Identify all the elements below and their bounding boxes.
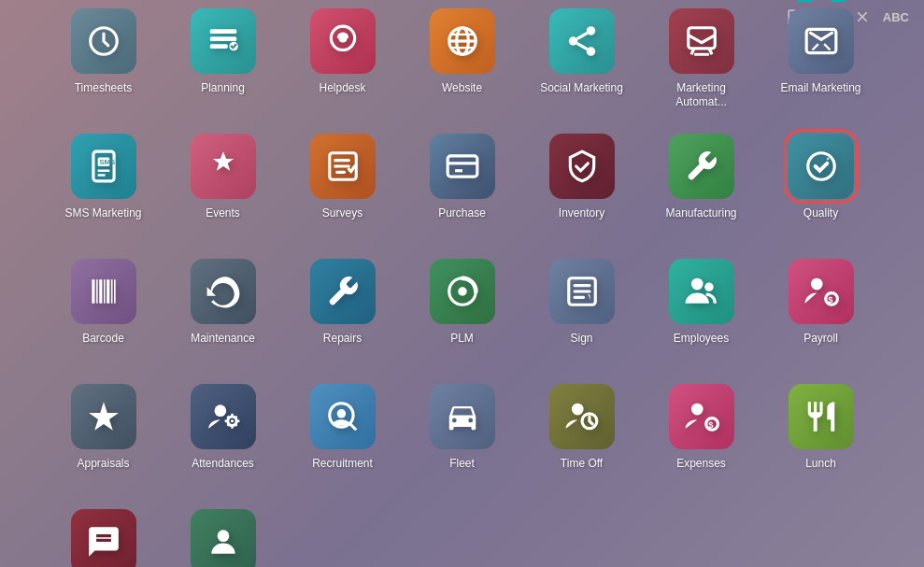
app-icon-repairs (310, 259, 376, 324)
svg-rect-25 (448, 156, 477, 177)
app-item-email-marketing[interactable]: Email Marketing (765, 1, 877, 122)
app-item-plm[interactable]: PLM (406, 251, 519, 373)
svg-point-32 (690, 277, 703, 290)
app-icon-time-off (549, 384, 615, 449)
svg-point-13 (568, 36, 577, 46)
app-label-events: Events (206, 206, 240, 221)
app-icon-events (191, 134, 256, 199)
app-label-sign: Sign (570, 332, 592, 347)
user-initials[interactable]: ABC (883, 10, 909, 24)
app-item-social-marketing[interactable]: Social Marketing (526, 1, 638, 122)
svg-point-14 (586, 47, 595, 55)
svg-point-43 (571, 403, 583, 415)
svg-point-30 (458, 287, 467, 296)
app-item-fleet[interactable]: Fleet (406, 376, 519, 498)
app-icon-barcode (71, 259, 136, 324)
app-icon-attendances (191, 384, 256, 449)
app-label-barcode: Barcode (82, 332, 124, 347)
app-item-barcode[interactable]: Barcode (48, 251, 160, 373)
app-item-surveys[interactable]: Surveys (287, 126, 399, 248)
svg-line-16 (576, 33, 587, 38)
app-item-maintenance[interactable]: Maintenance (167, 251, 279, 373)
app-icon-quality (789, 134, 854, 199)
app-label-appraisals: Appraisals (77, 457, 129, 472)
svg-rect-24 (334, 164, 336, 167)
app-label-plm: PLM (450, 332, 474, 347)
app-item-lunch[interactable]: Lunch (765, 376, 877, 498)
app-item-events[interactable]: Events (167, 126, 279, 248)
app-icon-plm (430, 259, 495, 324)
svg-rect-1 (209, 29, 236, 34)
app-label-email-marketing: Email Marketing (780, 81, 860, 96)
app-label-expenses: Expenses (676, 457, 726, 472)
apps-grid: TimesheetsPlanningHelpdeskWebsiteSocial … (48, 1, 877, 567)
app-icon-live-chat (71, 509, 136, 567)
app-icon-manufacturing (669, 134, 734, 199)
app-item-inventory[interactable]: Inventory (526, 126, 638, 248)
svg-point-33 (704, 282, 714, 291)
app-label-helpdesk: Helpdesk (319, 81, 365, 96)
app-item-members[interactable]: Members (167, 502, 279, 567)
svg-point-28 (807, 152, 834, 179)
app-icon-surveys (310, 134, 376, 199)
app-label-website: Website (442, 81, 482, 96)
app-item-repairs[interactable]: Repairs (287, 251, 399, 373)
svg-rect-3 (209, 44, 227, 49)
app-label-attendances: Attendances (192, 457, 254, 472)
svg-rect-23 (334, 159, 336, 162)
app-icon-fleet (430, 384, 495, 449)
app-item-timesheets[interactable]: Timesheets (48, 1, 160, 122)
app-icon-inventory (549, 134, 615, 199)
app-item-marketing-automat[interactable]: Marketing Automat... (646, 1, 758, 122)
app-item-website[interactable]: Website (406, 1, 519, 122)
svg-line-41 (349, 423, 356, 430)
svg-point-42 (336, 409, 346, 418)
app-item-sms-marketing[interactable]: SMSSMS Marketing (48, 126, 160, 248)
app-label-repairs: Repairs (323, 332, 362, 347)
app-item-attendances[interactable]: Attendances (167, 376, 279, 498)
app-icon-email-marketing (789, 8, 854, 74)
app-item-quality[interactable]: Quality (765, 126, 877, 248)
app-item-helpdesk[interactable]: Helpdesk (287, 1, 399, 122)
app-icon-employees (669, 259, 734, 324)
app-label-social-marketing: Social Marketing (540, 81, 623, 96)
app-label-time-off: Time Off (561, 457, 603, 472)
app-label-inventory: Inventory (559, 206, 604, 221)
app-label-marketing-automat: Marketing Automat... (660, 81, 744, 110)
app-item-planning[interactable]: Planning (167, 1, 279, 122)
app-item-recruitment[interactable]: Recruitment (287, 376, 399, 498)
app-label-payroll: Payroll (803, 332, 838, 347)
app-icon-maintenance (191, 259, 256, 324)
app-item-sign[interactable]: Sign (526, 251, 638, 373)
svg-point-45 (690, 403, 703, 415)
app-icon-sms-marketing: SMS (71, 134, 136, 199)
app-icon-sign (549, 259, 615, 324)
app-icon-appraisals (71, 384, 136, 449)
app-icon-lunch (789, 384, 854, 449)
app-item-appraisals[interactable]: Appraisals (48, 376, 160, 498)
app-item-expenses[interactable]: $Expenses (646, 376, 758, 498)
app-item-employees[interactable]: Employees (646, 251, 758, 373)
app-item-manufacturing[interactable]: Manufacturing (646, 126, 758, 248)
app-icon-expenses: $ (669, 384, 734, 449)
app-icon-helpdesk (310, 8, 376, 74)
svg-point-12 (586, 26, 595, 35)
app-label-employees: Employees (674, 332, 729, 347)
app-icon-timesheets (71, 8, 136, 74)
app-label-purchase: Purchase (438, 206, 486, 221)
app-item-live-chat[interactable]: Live Chat (48, 502, 160, 567)
svg-text:$: $ (828, 294, 833, 305)
apps-container: TimesheetsPlanningHelpdeskWebsiteSocial … (0, 34, 924, 567)
app-label-manufacturing: Manufacturing (665, 206, 736, 221)
app-label-surveys: Surveys (322, 206, 362, 221)
svg-point-6 (338, 34, 348, 43)
app-item-time-off[interactable]: Time Off (526, 376, 638, 498)
app-icon-purchase (430, 134, 495, 199)
svg-line-15 (576, 43, 587, 49)
app-item-purchase[interactable]: Purchase (406, 126, 519, 248)
app-label-lunch: Lunch (805, 457, 836, 472)
app-icon-planning (191, 8, 256, 74)
app-icon-social-marketing (549, 8, 615, 74)
svg-point-37 (214, 404, 226, 417)
app-item-payroll[interactable]: $Payroll (765, 251, 877, 373)
